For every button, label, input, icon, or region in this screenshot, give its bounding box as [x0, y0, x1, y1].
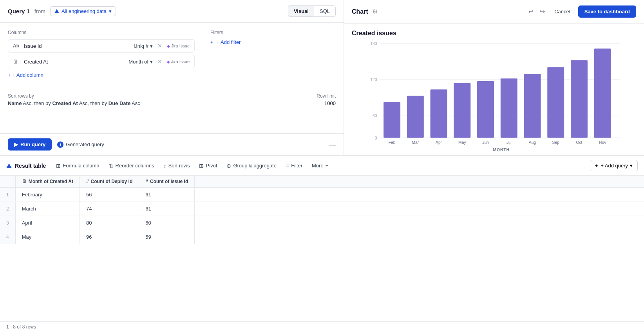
filters-label: Filters: [210, 30, 336, 35]
deploy-count-cell: 80: [80, 216, 139, 230]
bar-oct: [571, 60, 588, 138]
datasource-button[interactable]: All engineering data: [50, 6, 116, 16]
run-query-button[interactable]: ▶ Run query: [8, 138, 52, 151]
svg-text:0: 0: [375, 136, 377, 140]
col-created-at-transform: Month of ▾: [128, 59, 153, 65]
top-section: Query 1 from All engineering data Visual…: [0, 0, 644, 155]
pivot-icon: ⊞: [199, 163, 204, 169]
svg-text:Aug: Aug: [529, 140, 536, 145]
result-data-table: 🗓 Month of Created At # Count of Deploy …: [0, 176, 644, 321]
datasource-label: All engineering data: [62, 8, 107, 14]
info-icon: i: [57, 142, 63, 148]
transform2-chevron-icon: ▾: [150, 59, 153, 65]
add-filter-button[interactable]: + + Add filter: [210, 39, 336, 45]
add-query-chevron-icon: ▾: [630, 163, 633, 169]
add-filter-label: + Add filter: [217, 39, 241, 45]
reorder-icon: ⇅: [109, 163, 114, 169]
bar-aug: [524, 74, 541, 138]
col-issue-id-transform: Uniq # ▾: [134, 43, 153, 49]
add-column-button[interactable]: + + Add column: [8, 72, 195, 78]
columns-section: Columns Ab Issue Id Uniq # ▾ ✕ ◆: [8, 30, 195, 78]
deploy-count-cell: 96: [80, 230, 139, 244]
bar-jul: [501, 78, 517, 138]
issue-count-cell: 60: [139, 216, 195, 230]
query-panel: Query 1 from All engineering data Visual…: [0, 0, 344, 155]
result-toolbar: Result table ⊞ Formula column ⇅ Reorder …: [0, 156, 644, 176]
col-created-at-name: Created At: [24, 59, 125, 65]
issue-count-cell: 61: [139, 188, 195, 202]
svg-text:180: 180: [370, 42, 377, 46]
formula-column-button[interactable]: ⊞ Formula column: [52, 161, 103, 171]
deploy-col-icon: #: [86, 179, 89, 184]
row-count-label: 1 - 8 of 8 rows: [6, 324, 36, 330]
view-toggle: Visual SQL: [288, 5, 336, 17]
chart-header: Chart ⚙ ↩ ↪ Cancel Save to dashboard: [344, 0, 644, 24]
row-limit-label: Row limit: [317, 93, 336, 99]
row-number: 4: [0, 230, 15, 244]
sort-rows-button[interactable]: ↕ Sort rows: [160, 161, 194, 171]
result-table-section: Result table ⊞ Formula column ⇅ Reorder …: [0, 155, 644, 332]
sort-section: Sort rows by Name Asc, then by Created A…: [8, 93, 317, 106]
group-icon: ⊙: [226, 163, 231, 169]
bar-nov: [594, 49, 611, 138]
add-query-plus-icon: +: [595, 163, 598, 169]
svg-text:Oct: Oct: [576, 140, 582, 145]
text-type-icon: Ab: [13, 43, 21, 49]
date-type-icon: 🗓: [13, 59, 21, 65]
result-footer: 1 - 8 of 8 rows: [0, 321, 644, 332]
minimize-button[interactable]: —: [329, 141, 336, 148]
col-issue-id-remove[interactable]: ✕: [157, 43, 162, 49]
empty-col-header: [195, 176, 644, 188]
svg-text:60: 60: [373, 114, 377, 118]
columns-filters-section: Columns Ab Issue Id Uniq # ▾ ✕ ◆: [8, 30, 336, 78]
col-created-at-remove[interactable]: ✕: [157, 58, 162, 65]
query-actions: ▶ Run query i Generated query —: [0, 133, 344, 155]
redo-button[interactable]: ↪: [538, 6, 546, 17]
more-plus-icon: +: [326, 163, 329, 169]
filter-icon: ≡: [286, 163, 289, 169]
formula-icon: ⊞: [56, 163, 61, 169]
add-column-icon: +: [8, 72, 11, 78]
query-body: Columns Ab Issue Id Uniq # ▾ ✕ ◆: [0, 23, 344, 133]
datasource-chevron-icon: [109, 8, 112, 14]
issue-count-cell: 59: [139, 230, 195, 244]
add-query-button[interactable]: + + Add query ▾: [590, 160, 638, 171]
issue-col-icon: #: [145, 179, 148, 184]
month-col-header: 🗓 Month of Created At: [15, 176, 80, 188]
sort-label: Sort rows by: [8, 93, 317, 99]
columns-label: Columns: [8, 30, 195, 35]
pivot-button[interactable]: ⊞ Pivot: [195, 161, 221, 171]
save-dashboard-button[interactable]: Save to dashboard: [578, 5, 636, 18]
row-number: 3: [0, 216, 15, 230]
cancel-button[interactable]: Cancel: [550, 6, 575, 17]
chart-gear-icon[interactable]: ⚙: [372, 8, 378, 15]
group-aggregate-button[interactable]: ⊙ Group & aggregate: [223, 161, 280, 171]
svg-text:MONTH: MONTH: [493, 148, 510, 151]
column-row-created-at: 🗓 Created At Month of ▾ ✕ ◆ Jira Issue: [8, 55, 195, 68]
reorder-columns-button[interactable]: ⇅ Reorder columns: [105, 161, 158, 171]
issue-col-header: # Count of Issue Id: [139, 176, 195, 188]
row-number: 1: [0, 188, 15, 202]
sort-row-limit-section: Sort rows by Name Asc, then by Created A…: [8, 86, 336, 106]
deploy-count-cell: 56: [80, 188, 139, 202]
chart-panel-title: Chart: [352, 8, 368, 15]
run-play-icon: ▶: [14, 142, 18, 147]
more-button[interactable]: More +: [308, 161, 332, 171]
month-cell: March: [15, 202, 80, 216]
month-col-icon: 🗓: [22, 179, 27, 184]
visual-view-button[interactable]: Visual: [288, 6, 314, 16]
filter-button[interactable]: ≡ Filter: [282, 161, 306, 171]
undo-button[interactable]: ↩: [527, 6, 535, 17]
bar-mar: [407, 96, 424, 138]
sort-value: Name Asc, then by Created At Asc, then b…: [8, 100, 317, 106]
add-column-label: + Add column: [13, 72, 43, 78]
bar-feb: [384, 102, 400, 138]
col-created-at-tag: ◆ Jira Issue: [167, 59, 190, 64]
query-title: Query 1: [8, 8, 30, 15]
sort-icon: ↕: [164, 163, 166, 169]
sql-view-button[interactable]: SQL: [314, 6, 335, 16]
generated-query-link[interactable]: i Generated query: [57, 142, 104, 148]
row-number: 2: [0, 202, 15, 216]
month-cell: May: [15, 230, 80, 244]
add-filter-plus-icon: +: [210, 39, 213, 45]
